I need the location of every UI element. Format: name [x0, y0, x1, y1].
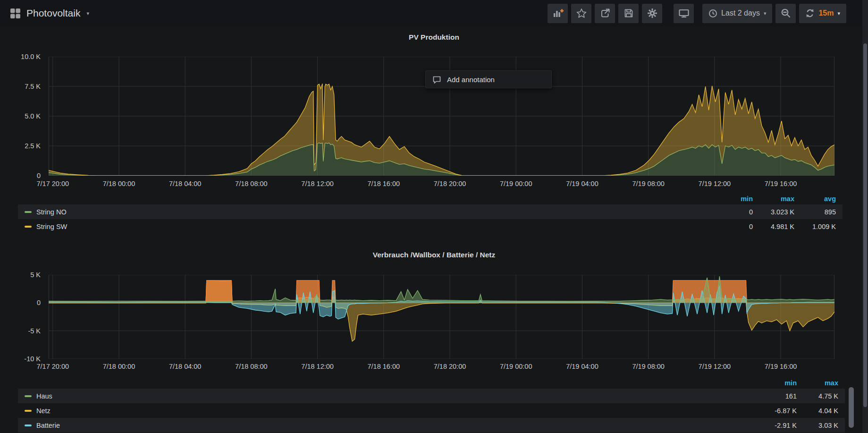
legend-series-toggle[interactable]: Batterie — [25, 422, 755, 429]
pv-chart-x-axis: 7/17 20:007/18 00:007/18 04:007/18 08:00… — [49, 180, 834, 189]
legend-value: 4.04 K — [797, 407, 838, 415]
x-tick-label: 7/18 08:00 — [225, 363, 277, 370]
legend-column-header[interactable]: min — [711, 195, 753, 203]
time-range-label: Last 2 days — [721, 9, 760, 17]
add-panel-button[interactable] — [548, 4, 568, 23]
legend-value: 0 — [711, 208, 753, 216]
x-tick-label: 7/18 08:00 — [225, 180, 277, 187]
y-tick-label: 7.5 K — [0, 82, 41, 91]
legend-value: -2.91 K — [755, 422, 797, 429]
x-tick-label: 7/19 04:00 — [556, 363, 608, 370]
series-label: Netz — [36, 407, 51, 415]
y-tick-label: 2.5 K — [0, 142, 41, 150]
dashboard-title-dropdown[interactable]: Photovoltaik ▾ — [10, 8, 89, 19]
page-scrollbar-thumb[interactable] — [863, 43, 867, 407]
y-tick-label: -5 K — [0, 327, 41, 335]
settings-gear-button[interactable] — [642, 4, 662, 23]
legend-column-header[interactable]: min — [755, 379, 797, 387]
y-tick-label: 5.0 K — [0, 112, 41, 120]
series-color-swatch[interactable] — [25, 211, 32, 213]
legend-value: 161 — [755, 392, 797, 400]
pv-chart-legend: minmaxavgString NO03.023 K895String SW04… — [18, 193, 843, 234]
y-tick-label: 0 — [0, 298, 41, 307]
chevron-down-icon: ▾ — [86, 11, 89, 16]
verbrauch-chart-legend: minmaxHaus1614.75 KNetz-6.87 K4.04 KBatt… — [18, 377, 845, 433]
zoom-out-button[interactable] — [775, 4, 796, 23]
legend-value: 0 — [711, 223, 753, 230]
legend-value: 4.981 K — [753, 223, 794, 230]
x-tick-label: 7/18 12:00 — [292, 363, 344, 370]
page-scrollbar-track[interactable] — [862, 0, 868, 433]
y-tick-label: -10 K — [0, 355, 41, 363]
legend-series-toggle[interactable]: Haus — [25, 392, 755, 400]
add-annotation-menu-item[interactable]: Add annotation — [425, 70, 552, 88]
add-annotation-label: Add annotation — [447, 76, 495, 84]
star-button[interactable] — [571, 4, 591, 23]
series-color-swatch[interactable] — [25, 226, 32, 228]
x-tick-label: 7/17 20:00 — [27, 363, 79, 370]
refresh-interval-label[interactable]: 15m — [818, 9, 834, 17]
series-label: Batterie — [36, 422, 60, 429]
legend-value: 4.75 K — [797, 392, 838, 400]
tv-mode-button[interactable] — [674, 4, 694, 23]
legend-row: Haus1614.75 K — [18, 389, 845, 403]
time-range-picker[interactable]: Last 2 days ▾ — [702, 4, 772, 23]
x-tick-label: 7/19 04:00 — [556, 180, 608, 187]
x-tick-label: 7/18 20:00 — [424, 180, 476, 187]
verbrauch-chart-y-axis: 5 K0-5 K-10 K — [0, 275, 44, 359]
series-color-swatch[interactable] — [25, 395, 32, 397]
x-tick-label: 7/17 20:00 — [27, 180, 79, 187]
legend-column-header[interactable]: max — [753, 195, 794, 203]
comment-icon — [432, 75, 441, 84]
legend-value: 3.023 K — [753, 208, 794, 216]
y-tick-label: 5 K — [0, 271, 41, 279]
panel-title-verbrauch[interactable]: Verbrauch /Wallbox / Batterie / Netz — [0, 251, 868, 259]
series-label: Haus — [36, 392, 52, 400]
series-label: String NO — [36, 208, 67, 216]
x-tick-label: 7/18 12:00 — [292, 180, 344, 187]
grid-logo-icon[interactable] — [10, 8, 20, 18]
x-tick-label: 7/19 12:00 — [689, 363, 741, 370]
legend-value: 1.009 K — [794, 223, 836, 230]
save-button[interactable] — [618, 4, 639, 23]
refresh-button[interactable]: 15m ▾ — [799, 4, 846, 23]
chevron-down-icon: ▾ — [764, 11, 767, 16]
legend-series-toggle[interactable]: String NO — [25, 208, 711, 216]
pv-chart-y-axis: 10.0 K7.5 K5.0 K2.5 K0 — [0, 57, 44, 176]
share-button[interactable] — [595, 4, 615, 23]
x-tick-label: 7/18 00:00 — [93, 363, 145, 370]
x-tick-label: 7/18 04:00 — [159, 363, 211, 370]
verbrauch-chart[interactable] — [49, 275, 834, 359]
x-tick-label: 7/19 08:00 — [623, 180, 674, 187]
dashboard-title[interactable]: Photovoltaik — [26, 8, 80, 19]
x-tick-label: 7/19 12:00 — [689, 180, 741, 187]
x-tick-label: 7/18 00:00 — [93, 180, 145, 187]
y-tick-label: 10.0 K — [0, 52, 41, 61]
legend-row: Batterie-2.91 K3.03 K — [18, 418, 845, 433]
legend-row: String NO03.023 K895 — [18, 204, 843, 219]
legend-value: 3.03 K — [797, 422, 838, 429]
series-label: String SW — [36, 223, 67, 230]
navbar: Photovoltaik ▾ — [0, 0, 868, 26]
panel-title-pv-produktion[interactable]: PV Produktion — [0, 33, 868, 42]
legend-column-header[interactable]: max — [797, 379, 838, 387]
legend-series-toggle[interactable]: String SW — [25, 223, 711, 230]
legend-row: Netz-6.87 K4.04 K — [18, 403, 845, 418]
x-tick-label: 7/19 16:00 — [755, 180, 807, 187]
chevron-down-icon: ▾ — [837, 11, 840, 16]
legend-column-header[interactable]: avg — [794, 195, 836, 203]
series-color-swatch[interactable] — [25, 410, 32, 412]
x-tick-label: 7/19 08:00 — [623, 363, 674, 370]
x-tick-label: 7/19 00:00 — [490, 363, 542, 370]
clock-icon — [708, 9, 717, 18]
x-tick-label: 7/18 20:00 — [424, 363, 476, 370]
legend-scrollbar[interactable] — [849, 387, 854, 428]
verbrauch-chart-x-axis: 7/17 20:007/18 00:007/18 04:007/18 08:00… — [49, 363, 834, 372]
legend-series-toggle[interactable]: Netz — [25, 407, 755, 415]
legend-row: String SW04.981 K1.009 K — [18, 219, 843, 234]
x-tick-label: 7/18 16:00 — [358, 180, 410, 187]
series-color-swatch[interactable] — [25, 425, 32, 426]
refresh-icon[interactable] — [805, 8, 815, 18]
x-tick-label: 7/19 16:00 — [755, 363, 807, 370]
navbar-actions: Last 2 days ▾ 15m ▾ — [544, 4, 846, 23]
